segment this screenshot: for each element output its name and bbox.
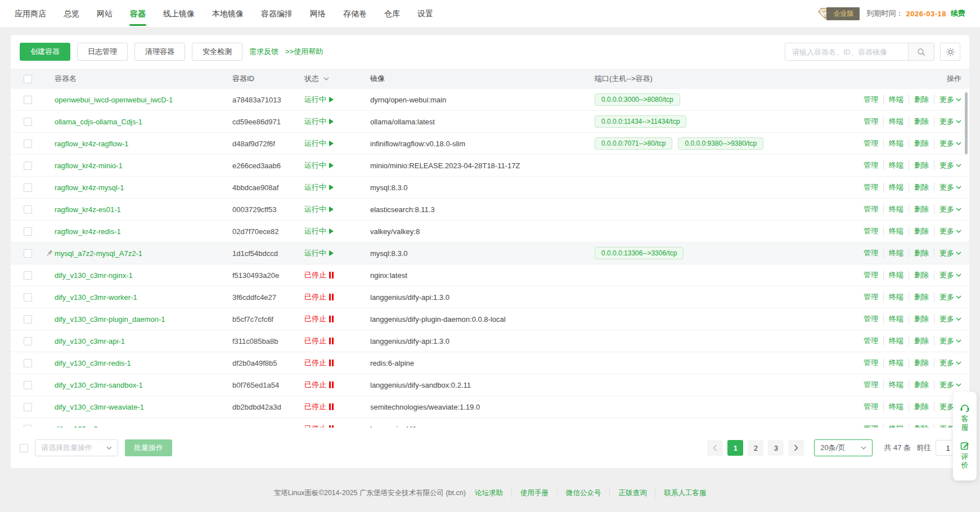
batch-action-select[interactable]: 请选择批量操作 [35,439,118,456]
container-name-link[interactable]: openwebui_iwcd-openwebui_iwcD-1 [55,96,173,104]
row-checkbox[interactable] [24,118,32,126]
container-name-link[interactable]: ragflow_kr4z-es01-1 [55,205,121,214]
container-name-link[interactable]: dify_v130_c3mr-sandbox-1 [55,381,143,389]
row-action-more[interactable]: 更多 [934,314,961,324]
row-action-terminal[interactable]: 终端 [883,270,903,280]
row-checkbox[interactable] [24,315,32,324]
row-action-more[interactable]: 更多 [934,380,961,390]
row-checkbox[interactable] [24,403,32,411]
container-name-link[interactable]: ragflow_kr4z-mysql-1 [55,183,124,192]
row-action-manage[interactable]: 管理 [864,248,878,258]
page-button-1[interactable]: 1 [727,440,743,456]
row-action-terminal[interactable]: 终端 [883,358,903,368]
row-action-more[interactable]: 更多 [934,182,961,192]
footer-link-3[interactable]: 微信公众号 [557,488,601,498]
row-action-terminal[interactable]: 终端 [883,336,903,346]
container-name-link[interactable]: ragflow_kr4z-ragflow-1 [55,140,129,148]
prev-page-button[interactable] [707,440,723,456]
row-action-terminal[interactable]: 终端 [883,402,903,412]
row-checkbox[interactable] [24,249,32,258]
row-action-more[interactable]: 更多 [934,160,961,170]
search-input[interactable] [785,43,908,60]
row-action-delete[interactable]: 删除 [909,248,929,258]
row-action-manage[interactable]: 管理 [864,358,878,368]
page-button-3[interactable]: 3 [768,440,784,456]
row-action-manage[interactable]: 管理 [864,402,878,412]
row-action-more[interactable]: 更多 [934,358,961,368]
footer-link-5[interactable]: 联系人工客服 [655,488,706,498]
row-action-more[interactable]: 更多 [934,95,961,105]
container-name-link[interactable]: dify_v130_c3mr-nginx-1 [55,271,133,280]
row-action-delete[interactable]: 删除 [909,402,929,412]
security-check-button[interactable]: 安全检测 [192,43,242,61]
nav-tab-1[interactable]: 应用商店 [15,0,46,27]
row-action-delete[interactable]: 删除 [909,204,929,214]
batch-select-all-checkbox[interactable] [20,444,28,452]
row-checkbox[interactable] [24,271,32,280]
row-action-more[interactable]: 更多 [934,336,961,346]
row-checkbox[interactable] [24,96,32,104]
row-action-more[interactable]: 更多 [934,116,961,127]
nav-tab-9[interactable]: 存储卷 [343,0,367,27]
nav-tab-7[interactable]: 容器编排 [261,0,293,27]
nav-tab-2[interactable]: 总览 [64,0,79,27]
nav-tab-10[interactable]: 仓库 [384,0,400,27]
footer-link-1[interactable]: 论坛求助 [475,488,503,498]
row-action-terminal[interactable]: 终端 [883,138,903,149]
create-container-button[interactable]: 创建容器 [20,43,70,61]
row-checkbox[interactable] [24,161,32,170]
container-name-link[interactable]: ollama_cdjs-ollama_Cdjs-1 [55,118,142,126]
row-action-manage[interactable]: 管理 [864,424,878,428]
row-checkbox[interactable] [24,205,32,214]
row-checkbox[interactable] [24,227,32,236]
container-name-link[interactable]: dify_v130_c3mr-worker-1 [55,293,137,302]
row-action-more[interactable]: 更多 [934,204,961,214]
row-action-manage[interactable]: 管理 [864,116,878,127]
row-action-manage[interactable]: 管理 [864,336,878,346]
row-action-delete[interactable]: 删除 [909,116,929,127]
page-button-2[interactable]: 2 [748,440,763,456]
row-checkbox[interactable] [24,425,32,428]
container-name-link[interactable]: ragflow_kr4z-redis-1 [55,227,121,236]
row-checkbox[interactable] [24,381,32,389]
row-action-terminal[interactable]: 终端 [883,160,903,170]
renew-link[interactable]: 续费 [951,8,965,19]
row-action-delete[interactable]: 删除 [909,424,929,428]
container-name-link[interactable]: dify_v130_c3mr-plugin_daemon-1 [55,315,165,324]
row-action-delete[interactable]: 删除 [909,358,929,368]
nav-tab-11[interactable]: 设置 [417,0,433,27]
row-checkbox[interactable] [24,293,32,302]
scrollbar-thumb[interactable] [965,92,968,154]
row-action-terminal[interactable]: 终端 [883,182,903,192]
row-action-delete[interactable]: 删除 [909,314,929,324]
row-action-delete[interactable]: 删除 [909,160,929,170]
container-name-link[interactable]: mysql_a7z2-mysql_A7z2-1 [55,249,142,258]
table-settings-button[interactable] [940,43,960,61]
row-checkbox[interactable] [24,140,32,148]
nav-tab-3[interactable]: 网站 [97,0,113,27]
row-action-terminal[interactable]: 终端 [883,424,903,428]
row-checkbox[interactable] [24,337,32,345]
page-size-select[interactable]: 20条/页 [814,439,873,456]
clean-container-button[interactable]: 清理容器 [134,43,185,61]
row-action-manage[interactable]: 管理 [864,380,878,390]
log-manage-button[interactable]: 日志管理 [77,43,128,61]
nav-tab-5[interactable]: 线上镜像 [163,0,195,27]
row-action-manage[interactable]: 管理 [864,270,878,280]
row-action-manage[interactable]: 管理 [864,292,878,302]
row-action-manage[interactable]: 管理 [864,138,878,149]
row-action-terminal[interactable]: 终端 [883,292,903,302]
row-action-manage[interactable]: 管理 [864,95,878,105]
row-action-delete[interactable]: 删除 [909,226,929,236]
row-action-manage[interactable]: 管理 [864,204,878,214]
row-action-delete[interactable]: 删除 [909,95,929,105]
next-page-button[interactable] [788,440,804,456]
row-checkbox[interactable] [24,359,32,367]
container-name-link[interactable]: dify_v130_c3mr-redis-1 [55,359,131,367]
row-action-terminal[interactable]: 终端 [883,95,903,105]
footer-link-2[interactable]: 使用手册 [511,488,549,498]
nav-tab-4[interactable]: 容器 [130,0,146,27]
row-checkbox[interactable] [24,183,32,192]
container-name-link[interactable]: dify_v130_c3mr-api-1 [55,337,125,345]
row-action-terminal[interactable]: 终端 [883,314,903,324]
